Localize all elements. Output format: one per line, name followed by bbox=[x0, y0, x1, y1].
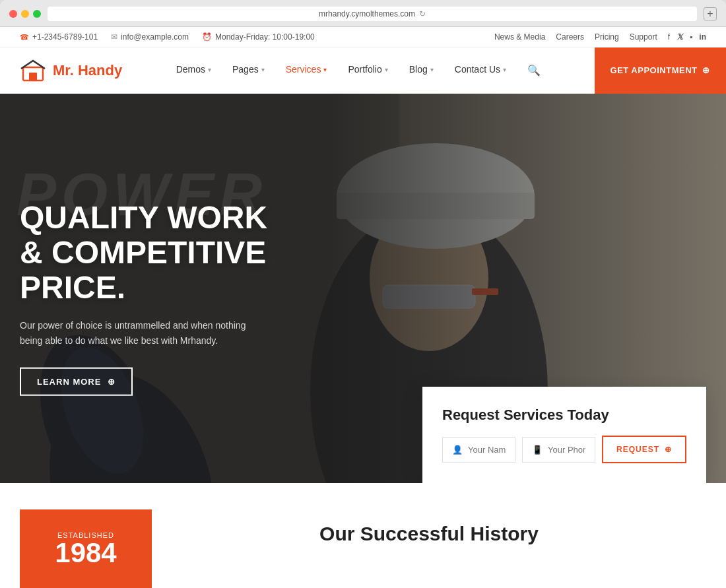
minimize-button[interactable] bbox=[21, 10, 29, 18]
nav-contact[interactable]: Contact Us ▾ bbox=[444, 48, 517, 94]
request-button[interactable]: REQUEST ⊕ bbox=[602, 436, 686, 463]
request-icon: ⊕ bbox=[665, 445, 672, 454]
get-appointment-button[interactable]: Get Appointment ⊕ bbox=[595, 48, 726, 94]
top-nav: News & Media Careers Pricing Support bbox=[494, 32, 657, 42]
twitter-icon[interactable]: 𝕏 bbox=[676, 32, 683, 42]
contact-chevron-icon: ▾ bbox=[503, 66, 506, 73]
learn-more-icon: ⊕ bbox=[108, 377, 116, 387]
nav-services[interactable]: Services ▾ bbox=[275, 48, 338, 94]
top-nav-careers[interactable]: Careers bbox=[556, 32, 584, 42]
request-form: 👤 📱 REQUEST ⊕ bbox=[442, 436, 686, 463]
maximize-button[interactable] bbox=[33, 10, 41, 18]
logo-icon bbox=[20, 57, 46, 84]
search-button[interactable]: 🔍 bbox=[517, 48, 551, 94]
services-chevron-icon: ▾ bbox=[323, 66, 327, 73]
phone-input-icon: 📱 bbox=[532, 445, 543, 455]
email-item: ✉ info@example.com bbox=[111, 32, 189, 42]
social-icons: f 𝕏 ▪ in bbox=[668, 32, 706, 42]
linkedin-square-icon[interactable]: ▪ bbox=[690, 32, 692, 42]
address-bar[interactable]: mrhandy.cymolthemes.com ↻ bbox=[48, 7, 697, 21]
hero-description: Our power of choice is untrammelled and … bbox=[20, 318, 271, 348]
badge-year: 1984 bbox=[55, 539, 116, 567]
mail-icon: ✉ bbox=[111, 32, 117, 42]
top-nav-pricing[interactable]: Pricing bbox=[595, 32, 619, 42]
new-tab-button[interactable]: + bbox=[704, 7, 717, 20]
history-badge: ESTABLISHED 1984 bbox=[20, 509, 152, 588]
top-bar-left: ☎ +1-2345-6789-101 ✉ info@example.com ⏰ … bbox=[20, 32, 315, 42]
browser-window: mrhandy.cymolthemes.com ↻ + ☎ +1-2345-67… bbox=[0, 0, 726, 588]
top-bar-right: News & Media Careers Pricing Support f 𝕏… bbox=[494, 32, 706, 42]
phone-input[interactable] bbox=[548, 445, 585, 455]
demos-chevron-icon: ▾ bbox=[208, 66, 211, 73]
email-address: info@example.com bbox=[121, 32, 189, 42]
name-input-wrapper[interactable]: 👤 bbox=[442, 437, 515, 463]
logo[interactable]: Mr. Handy bbox=[20, 57, 122, 84]
hero-content: POWER QUALITY WORK & COMPETITIVE PRICE. … bbox=[20, 201, 271, 396]
learn-more-button[interactable]: LEARN MORE ⊕ bbox=[20, 368, 133, 396]
linkedin-icon[interactable]: in bbox=[699, 32, 706, 42]
history-title: Our Successful History bbox=[319, 523, 539, 545]
search-icon: 🔍 bbox=[527, 64, 541, 77]
url-text: mrhandy.cymolthemes.com bbox=[319, 9, 415, 18]
top-nav-news[interactable]: News & Media bbox=[494, 32, 545, 42]
phone-number: +1-2345-6789-101 bbox=[32, 32, 98, 42]
refresh-icon[interactable]: ↻ bbox=[419, 9, 426, 18]
window-controls bbox=[9, 10, 41, 18]
request-title: Request Services Today bbox=[442, 407, 686, 424]
history-title-area: Our Successful History bbox=[152, 509, 706, 558]
name-input[interactable] bbox=[468, 445, 506, 455]
nav-menu: Demos ▾ Pages ▾ Services ▾ Portfolio ▾ B… bbox=[166, 48, 551, 94]
svg-rect-1 bbox=[29, 73, 37, 81]
phone-icon: ☎ bbox=[20, 33, 29, 42]
phone-item: ☎ +1-2345-6789-101 bbox=[20, 32, 98, 42]
logo-text: Mr. Handy bbox=[53, 62, 122, 79]
appointment-icon: ⊕ bbox=[702, 65, 710, 75]
hours-item: ⏰ Monday-Friday: 10:00-19:00 bbox=[202, 32, 315, 42]
phone-input-wrapper[interactable]: 📱 bbox=[522, 437, 595, 463]
name-input-icon: 👤 bbox=[452, 445, 463, 455]
nav-blog[interactable]: Blog ▾ bbox=[399, 48, 444, 94]
pages-chevron-icon: ▾ bbox=[261, 66, 265, 73]
facebook-icon[interactable]: f bbox=[668, 32, 670, 42]
appointment-label: Get Appointment bbox=[610, 65, 698, 75]
request-card: Request Services Today 👤 📱 REQUEST ⊕ bbox=[422, 387, 706, 483]
nav-demos[interactable]: Demos ▾ bbox=[166, 48, 222, 94]
blog-chevron-icon: ▾ bbox=[430, 66, 434, 73]
close-button[interactable] bbox=[9, 10, 17, 18]
logo-handy: Handy bbox=[74, 62, 122, 79]
bottom-section: ESTABLISHED 1984 Our Successful History bbox=[0, 483, 726, 588]
hero-bg-text: POWER bbox=[16, 161, 267, 229]
business-hours: Monday-Friday: 10:00-19:00 bbox=[215, 32, 315, 42]
top-info-bar: ☎ +1-2345-6789-101 ✉ info@example.com ⏰ … bbox=[0, 27, 726, 48]
clock-icon: ⏰ bbox=[202, 32, 212, 42]
hero-section: POWER QUALITY WORK & COMPETITIVE PRICE. … bbox=[0, 94, 726, 483]
top-nav-support[interactable]: Support bbox=[630, 32, 657, 42]
main-navbar: Mr. Handy Demos ▾ Pages ▾ Services ▾ Por… bbox=[0, 48, 726, 94]
nav-portfolio[interactable]: Portfolio ▾ bbox=[337, 48, 398, 94]
nav-pages[interactable]: Pages ▾ bbox=[222, 48, 275, 94]
portfolio-chevron-icon: ▾ bbox=[385, 66, 388, 73]
browser-chrome: mrhandy.cymolthemes.com ↻ + bbox=[0, 0, 726, 27]
